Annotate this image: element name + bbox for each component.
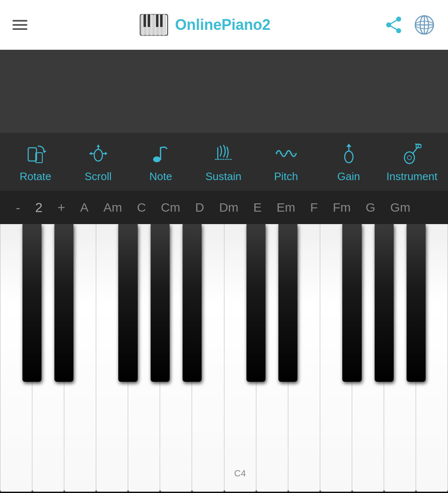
svg-line-15 [389,25,399,31]
svg-marker-27 [105,152,107,155]
sustain-icon [211,141,236,166]
globe-button[interactable] [413,14,436,36]
chord-Em[interactable]: Em [269,200,303,215]
tool-sustain[interactable]: Sustain [199,141,248,183]
chord-D[interactable]: D [187,200,212,215]
black-key-0[interactable] [22,224,41,382]
c4-label: C4 [234,468,246,479]
octave-value: 2 [28,200,50,215]
chord-Gm[interactable]: Gm [383,200,418,215]
octave-plus[interactable]: + [50,200,73,215]
black-key-1[interactable] [54,224,73,382]
chord-F[interactable]: F [303,200,325,215]
chord-Dm[interactable]: Dm [212,200,246,215]
svg-point-38 [407,156,411,160]
svg-point-34 [345,151,353,163]
chord-A[interactable]: A [73,200,96,215]
piano-area: C4 [0,224,448,493]
instrument-icon [399,141,424,166]
octave-minus[interactable]: - [8,200,28,215]
black-key-8[interactable] [375,224,394,382]
header-right [382,14,436,36]
svg-rect-9 [156,15,158,27]
black-key-4[interactable] [183,224,202,382]
tool-rotate[interactable]: Rotate [11,141,61,183]
svg-point-24 [94,149,102,161]
share-button[interactable] [382,14,405,36]
rotate-label: Rotate [19,170,51,183]
black-key-3[interactable] [151,224,170,382]
tool-instrument[interactable]: Instrument [387,141,438,183]
scroll-label: Scroll [85,170,112,183]
svg-rect-8 [148,15,150,27]
toolbar: Rotate Scroll [0,133,448,191]
pitch-icon [274,141,299,166]
chord-bar: - 2 + A Am C Cm D Dm E Em F Fm G Gm [0,191,448,224]
chord-C[interactable]: C [129,200,153,215]
svg-rect-3 [150,15,153,35]
chord-Am[interactable]: Am [96,200,129,215]
note-icon [149,141,173,166]
black-key-7[interactable] [342,224,361,382]
scroll-icon [86,141,111,166]
svg-point-29 [153,156,161,162]
app-title: OnlinePiano2 [175,16,270,34]
tool-gain[interactable]: Gain [324,141,374,183]
svg-marker-28 [97,144,100,147]
pitch-label: Pitch [274,170,298,183]
svg-rect-6 [162,15,166,35]
svg-marker-26 [89,152,92,155]
svg-line-39 [413,146,419,154]
ad-area [0,50,448,133]
black-key-6[interactable] [278,224,297,382]
rotate-icon [23,141,48,166]
keys-container: C4 [0,224,448,493]
svg-rect-10 [160,15,163,27]
menu-button[interactable] [12,20,27,30]
svg-line-14 [389,19,399,25]
instrument-label: Instrument [387,170,438,183]
chord-Cm[interactable]: Cm [153,200,188,215]
app-logo [139,12,168,37]
tool-pitch[interactable]: Pitch [261,141,311,183]
header-center: OnlinePiano2 [139,12,270,37]
header-left [12,20,27,30]
gain-icon [336,141,361,166]
gain-label: Gain [337,170,360,183]
header: OnlinePiano2 [0,0,448,50]
svg-rect-7 [144,15,146,27]
black-key-5[interactable] [246,224,265,382]
chord-Fm[interactable]: Fm [325,200,358,215]
sustain-label: Sustain [205,170,241,183]
black-key-9[interactable] [407,224,426,382]
svg-marker-36 [346,144,351,147]
tool-scroll[interactable]: Scroll [73,141,123,183]
black-key-2[interactable] [118,224,137,382]
chord-E[interactable]: E [246,200,269,215]
svg-marker-22 [43,150,46,153]
tool-note[interactable]: Note [136,141,186,183]
note-label: Note [149,170,172,183]
chord-G[interactable]: G [358,200,382,215]
